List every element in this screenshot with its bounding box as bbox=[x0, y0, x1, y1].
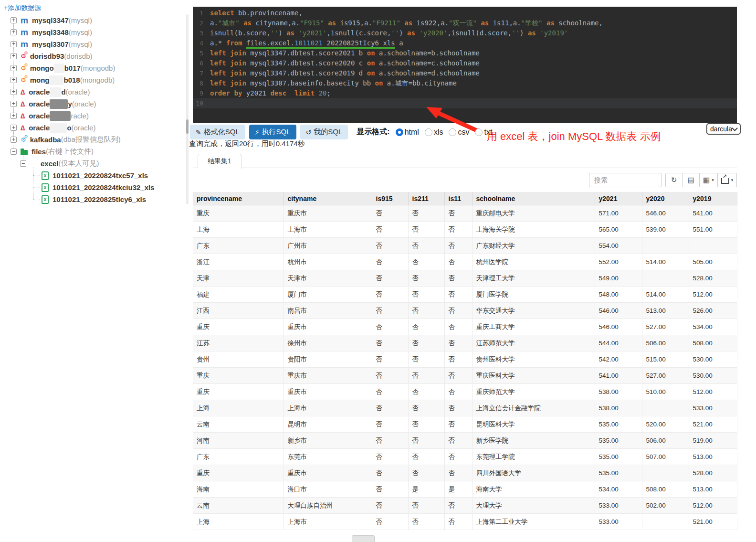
tree-item-oracle[interactable]: +∆oracleo(oracle) bbox=[0, 122, 185, 134]
tree-item-mysql3307[interactable]: +mmysql3307(mysql) bbox=[0, 38, 185, 50]
table-row[interactable]: 重庆重庆市否否否重庆医科大学541.00527.00530.00 bbox=[193, 368, 737, 384]
caret-down-icon: ▾ bbox=[712, 178, 714, 182]
caret-down-icon: ▾ bbox=[731, 178, 734, 182]
editor-line[interactable]: 9order by y2021 desc limit 20; bbox=[193, 88, 737, 98]
tree-item-files[interactable]: −files(右键上传文件) bbox=[0, 146, 185, 158]
tree-item-1011021_20220824txc57_xls[interactable]: x1011021_20220824txc57_xls bbox=[0, 170, 185, 181]
tree-item-mysql3347[interactable]: +mmysql3347(mysql) bbox=[0, 14, 185, 26]
oracle-icon: ∆ bbox=[21, 124, 25, 132]
search-input[interactable] bbox=[589, 173, 662, 187]
editor-line[interactable]: 10 bbox=[193, 98, 737, 108]
table-icon: ▤ bbox=[687, 176, 694, 184]
table-row[interactable]: 上海上海市否否否上海海关学院565.00539.00551.00 bbox=[193, 222, 737, 238]
table-row[interactable]: 贵州贵阳市否否否贵州医科大学542.00515.00530.00 bbox=[193, 351, 737, 368]
mysql-icon: m bbox=[21, 17, 28, 24]
tree-item-1011021_20220825tlcy6_xls[interactable]: x1011021_20220825tlcy6_xls bbox=[0, 193, 185, 205]
tree-item-kafkadba[interactable]: +⚙⚙kafkadba(dba报警信息队列) bbox=[0, 134, 185, 146]
expand-toggle-icon[interactable]: + bbox=[10, 101, 17, 107]
run-sql-button[interactable]: ⚡执行SQL bbox=[249, 125, 296, 139]
oracle-icon: ∆ bbox=[21, 100, 25, 108]
folder-icon bbox=[21, 150, 28, 155]
format-sql-button[interactable]: ✎格式化SQL bbox=[190, 125, 245, 139]
mysql-icon: m bbox=[21, 41, 28, 48]
tree-item-oracle[interactable]: +∆oracley(oracle) bbox=[0, 98, 185, 110]
expand-toggle-icon[interactable]: + bbox=[10, 77, 17, 83]
editor-line[interactable]: 3isnull(b.score,'') as 'y2021',isnull(c.… bbox=[193, 28, 737, 38]
collapse-toggle-icon[interactable]: − bbox=[20, 160, 26, 167]
table-row[interactable]: 广东东莞市否否否东莞理工学院535.00507.00513.00 bbox=[193, 449, 737, 465]
tree-item-oracle[interactable]: +∆oracleracle) bbox=[0, 110, 185, 122]
editor-line[interactable]: 8left join mysql3307.baseinfo.basecity b… bbox=[193, 78, 737, 88]
columns-button[interactable]: ▦▾ bbox=[700, 173, 718, 187]
editor-line[interactable]: 5left join mysql3347.dbtest.score2021 b … bbox=[193, 48, 737, 58]
table-row[interactable]: 云南昆明市否否否昆明医科大学535.00520.00521.00 bbox=[193, 416, 737, 433]
format-radio-xls[interactable]: xls bbox=[425, 128, 443, 137]
column-header-cityname: cityname bbox=[284, 192, 372, 205]
table-row[interactable]: 江西南昌市否否否华东交通大学546.00513.00526.00 bbox=[193, 303, 737, 319]
expand-toggle-icon[interactable]: + bbox=[10, 17, 17, 23]
expand-toggle-icon[interactable]: + bbox=[10, 137, 17, 143]
table-row[interactable]: 河南新乡市否否否新乡医学院535.00506.00519.00 bbox=[193, 433, 737, 449]
expand-toggle-icon[interactable]: + bbox=[10, 125, 17, 131]
table-row[interactable]: 重庆重庆市否否否重庆邮电大学571.00546.00541.00 bbox=[193, 205, 737, 222]
sql-editor[interactable]: 1select bb.provincename,2a."城市" as cityn… bbox=[193, 7, 737, 123]
my-sql-button[interactable]: ↺我的SQL bbox=[300, 125, 348, 139]
table-row[interactable]: 浙江杭州市否否否杭州医学院552.00514.00505.00 bbox=[193, 254, 737, 270]
table-row[interactable]: 云南大理白族自治州否否否大理大学533.00502.00512.00 bbox=[193, 498, 737, 514]
refresh-button[interactable]: ↻ bbox=[665, 173, 682, 187]
table-toolbar: ↻ ▤ ▦▾ ▾ bbox=[665, 173, 737, 187]
tree-item-1011021_20220824tkciu32_xls[interactable]: x1011021_20220824tkciu32_xls bbox=[0, 181, 185, 193]
tree-item-oracle[interactable]: +∆oracled(oracle) bbox=[0, 86, 185, 98]
column-header-is211: is211 bbox=[408, 192, 444, 205]
table-row[interactable]: 江苏徐州市否否否江苏师范大学544.00506.00508.00 bbox=[193, 335, 737, 351]
table-row[interactable]: 海南海口市否是是海南大学534.00508.00513.00 bbox=[193, 481, 737, 498]
editor-line[interactable]: 4a.* from files.excel.1011021_20220825tI… bbox=[193, 38, 737, 48]
undo-icon: ↺ bbox=[306, 128, 312, 136]
table-view-button[interactable]: ▤ bbox=[682, 173, 700, 187]
sidebar-scrollbar-thumb[interactable] bbox=[186, 119, 189, 134]
tree-item-mysql3348[interactable]: +mmysql3348(mysql) bbox=[0, 26, 185, 38]
collapse-toggle-icon[interactable]: − bbox=[10, 149, 17, 155]
tree-item-excel[interactable]: −excel(仅本人可见) bbox=[0, 158, 185, 170]
tree-item-dorisdb93[interactable]: +⚙⚙dorisdb93(dorisdb) bbox=[0, 50, 185, 62]
expand-toggle-icon[interactable]: + bbox=[10, 113, 17, 119]
lightning-icon: ⚡ bbox=[255, 128, 260, 136]
datasource-tree: +mmysql3347(mysql)+mmysql3348(mysql)+mmy… bbox=[0, 14, 185, 205]
editor-line[interactable]: 7left join mysql3347.dbtest.score2019 d … bbox=[193, 68, 737, 78]
format-radio-txt[interactable]: txt bbox=[475, 128, 492, 137]
expand-toggle-icon[interactable]: + bbox=[10, 65, 17, 71]
theme-select[interactable]: darcula bbox=[706, 123, 741, 135]
editor-line[interactable]: 6left join mysql3347.dbtest.score2020 c … bbox=[193, 58, 737, 68]
add-datasource-link[interactable]: +添加数据源 bbox=[4, 4, 41, 12]
tree-item-mong[interactable]: +⚙⚙mongb018(mongodb) bbox=[0, 74, 185, 86]
expand-toggle-icon[interactable]: + bbox=[10, 29, 17, 35]
line-number: 1 bbox=[193, 8, 206, 18]
table-row[interactable]: 天津天津市否否否天津理工大学549.00528.00 bbox=[193, 270, 737, 287]
expand-toggle-icon[interactable]: + bbox=[10, 53, 17, 59]
back-to-top-button[interactable] bbox=[352, 535, 375, 542]
export-button[interactable]: ▾ bbox=[718, 173, 737, 187]
expand-toggle-icon[interactable]: + bbox=[10, 89, 17, 95]
table-row[interactable]: 重庆重庆市否否否重庆师范大学538.00510.00512.00 bbox=[193, 384, 737, 400]
table-row[interactable]: 福建厦门市否否否厦门医学院548.00514.00512.00 bbox=[193, 287, 737, 303]
refresh-icon: ↻ bbox=[671, 176, 677, 184]
result-tab[interactable]: 结果集1 bbox=[198, 154, 242, 169]
format-radio-html[interactable]: html bbox=[396, 128, 419, 137]
editor-line[interactable]: 1select bb.provincename, bbox=[193, 8, 737, 18]
expand-toggle-icon[interactable]: + bbox=[10, 41, 17, 47]
result-tabbar: 结果集1 bbox=[193, 154, 737, 168]
tree-item-mongo[interactable]: +⚙⚙mongob017(mongodb) bbox=[0, 62, 185, 74]
table-row[interactable]: 重庆重庆市否否否四川外国语大学535.00528.00 bbox=[193, 465, 737, 481]
export-icon bbox=[721, 178, 729, 184]
table-row[interactable]: 重庆重庆市否否否重庆工商大学546.00527.00534.00 bbox=[193, 319, 737, 335]
format-radio-csv[interactable]: csv bbox=[449, 128, 469, 137]
table-row[interactable]: 上海上海市否否否上海第二工业大学533.00521.00 bbox=[193, 514, 737, 530]
editor-line[interactable]: 2a."城市" as cityname,a."F915" as is915,a.… bbox=[193, 18, 737, 28]
table-row[interactable]: 上海上海市否否否上海立信会计金融学院538.00533.00 bbox=[193, 400, 737, 416]
chevron-down-icon bbox=[732, 125, 738, 131]
redaction-box bbox=[54, 64, 64, 73]
redaction-box bbox=[50, 123, 67, 133]
sidebar-scrollbar-track[interactable] bbox=[186, 14, 189, 204]
xls-file-icon: x bbox=[42, 171, 49, 180]
table-row[interactable]: 广东广州市否否否广东财经大学554.00 bbox=[193, 238, 737, 254]
